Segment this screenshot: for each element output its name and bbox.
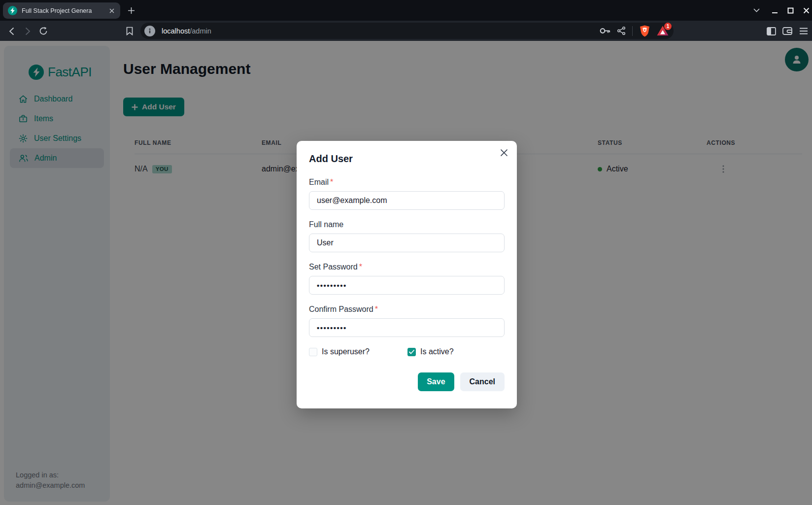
password-key-icon[interactable]: [600, 28, 610, 34]
tab-search-chevron-icon[interactable]: [750, 5, 762, 16]
rewards-badge: 1: [664, 23, 672, 30]
url-text: localhost/admin: [162, 27, 600, 35]
page-content: FastAPI Dashboard Items: [0, 41, 812, 505]
set-password-label: Set Password*: [309, 263, 505, 271]
confirm-password-field[interactable]: [309, 318, 505, 337]
is-active-label: Is active?: [420, 347, 454, 356]
tab-close-icon[interactable]: [107, 6, 116, 15]
full-name-label: Full name: [309, 220, 505, 229]
reload-icon[interactable]: [37, 25, 50, 37]
is-superuser-checkbox[interactable]: Is superuser?: [309, 347, 407, 356]
maximize-button[interactable]: [784, 5, 796, 16]
full-name-field-group: Full name: [309, 220, 505, 252]
menu-hamburger-icon[interactable]: [797, 25, 810, 37]
brave-rewards-icon[interactable]: 1: [657, 26, 669, 36]
modal-buttons: Save Cancel: [309, 372, 505, 391]
checkbox-unchecked-icon: [309, 348, 317, 356]
fastapi-favicon-icon: [8, 6, 17, 15]
minimize-button[interactable]: [769, 5, 780, 16]
cancel-button[interactable]: Cancel: [460, 372, 505, 391]
checkbox-checked-icon: [407, 348, 416, 356]
required-asterisk: *: [375, 305, 378, 313]
is-active-checkbox[interactable]: Is active?: [407, 347, 454, 356]
url-path: /admin: [190, 27, 211, 35]
browser-tab[interactable]: Full Stack Project Genera: [3, 2, 120, 19]
tab-bar: Full Stack Project Genera: [0, 0, 812, 21]
checkbox-row: Is superuser? Is active?: [309, 347, 505, 356]
is-superuser-label: Is superuser?: [322, 347, 370, 356]
email-field-group: Email*: [309, 178, 505, 210]
required-asterisk: *: [330, 178, 333, 186]
required-asterisk: *: [359, 263, 362, 271]
brave-shield-icon[interactable]: [640, 25, 650, 37]
modal-close-icon[interactable]: [498, 147, 510, 159]
email-label: Email*: [309, 178, 505, 187]
save-button[interactable]: Save: [418, 372, 454, 391]
toolbar-divider: [632, 26, 633, 36]
browser-toolbar: localhost/admin 1: [0, 21, 812, 41]
back-icon[interactable]: [5, 25, 18, 37]
address-bar[interactable]: localhost/admin 1: [140, 23, 674, 39]
confirm-password-label: Confirm Password*: [309, 305, 505, 314]
site-info-icon[interactable]: [144, 26, 155, 36]
confirm-password-field-group: Confirm Password*: [309, 305, 505, 337]
close-window-button[interactable]: [800, 5, 812, 16]
bookmark-icon[interactable]: [123, 25, 136, 37]
modal-title: Add User: [309, 153, 505, 165]
full-name-field[interactable]: [309, 234, 505, 252]
set-password-field-group: Set Password*: [309, 263, 505, 295]
set-password-field[interactable]: [309, 276, 505, 295]
browser-window: Full Stack Project Genera: [0, 0, 812, 505]
sidebar-toggle-icon[interactable]: [765, 25, 778, 37]
add-user-modal: Add User Email* Full name Set Password* …: [297, 141, 517, 408]
url-host: localhost: [162, 27, 190, 35]
forward-icon[interactable]: [21, 25, 34, 37]
tab-title: Full Stack Project Genera: [22, 7, 107, 14]
email-field[interactable]: [309, 191, 505, 210]
new-tab-button[interactable]: [126, 5, 136, 15]
wallet-icon[interactable]: [781, 25, 794, 37]
share-icon[interactable]: [617, 27, 625, 35]
